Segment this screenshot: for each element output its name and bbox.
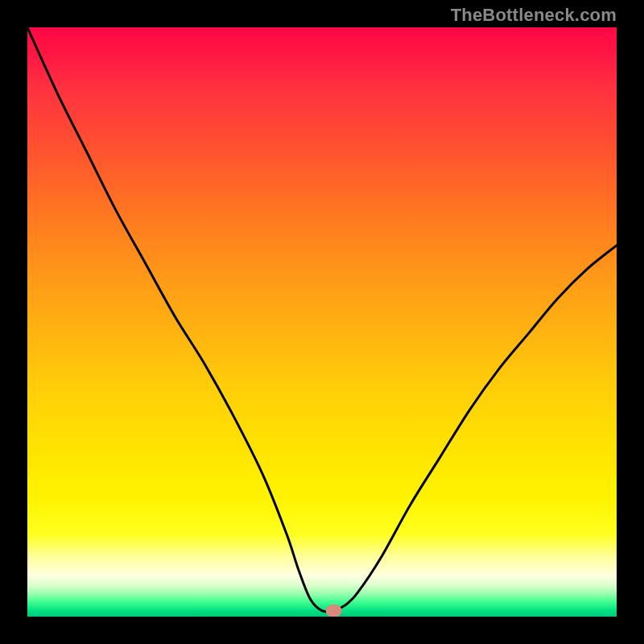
watermark-text: TheBottleneck.com [451,5,617,26]
plot-area [27,27,617,617]
chart-frame: TheBottleneck.com [0,0,644,644]
bottleneck-curve-svg [27,27,617,617]
bottleneck-curve [27,27,617,612]
optimum-marker [326,605,342,617]
